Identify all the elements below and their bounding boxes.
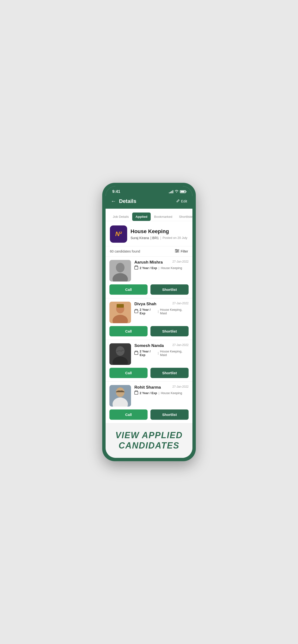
shortlist-button[interactable]: Shortlist	[151, 284, 189, 295]
bottom-label: VIEW APPLIED CANDIDATES	[106, 423, 192, 458]
svg-point-4	[177, 250, 178, 251]
job-info: N² House Keeping Suraj Kirana | BR1 | Po…	[106, 221, 192, 246]
candidates-list: Aarush Mishra 27-Jan-2022 2 Year / Exp |…	[106, 256, 192, 423]
signal-icon	[169, 190, 173, 193]
avatar	[109, 302, 131, 323]
exp-years: 2 Year / Exp	[140, 266, 157, 270]
avatar	[109, 385, 131, 406]
logo-text: N²	[115, 230, 122, 238]
list-item: Somesh Nanda 27-Jan-2022 2 Year / Exp | …	[106, 340, 192, 382]
exp-years: 2 Year / Exp	[140, 391, 157, 395]
svg-point-5	[176, 252, 177, 252]
avatar	[109, 343, 131, 365]
tabs-container: Job Details Applied Bookmarked Shortlist…	[106, 209, 192, 221]
back-button[interactable]: ←	[111, 198, 116, 204]
filter-icon	[175, 249, 179, 254]
job-details: House Keeping Suraj Kirana | BR1 | Poste…	[130, 228, 188, 240]
list-item: Rohit Sharma 27-Jan-2022 2 Year / Exp | …	[106, 382, 192, 423]
svg-point-3	[176, 249, 177, 250]
job-title: House Keeping	[130, 228, 188, 234]
edit-icon	[176, 199, 180, 203]
tabs: Job Details Applied Bookmarked Shortlist…	[109, 212, 189, 221]
call-button[interactable]: Call	[109, 284, 147, 295]
filter-button[interactable]: Filter	[175, 249, 188, 254]
job-posted: Posted on 20 July	[163, 236, 187, 240]
shortlist-button[interactable]: Shortlist	[151, 368, 189, 378]
call-button[interactable]: Call	[109, 326, 147, 336]
call-button[interactable]: Call	[109, 368, 147, 378]
page-title: Details	[119, 198, 136, 204]
exp-type: House Keeping	[161, 391, 182, 395]
exp-type: House Keeping, Maid	[160, 308, 189, 315]
edit-label: Edit	[181, 199, 187, 203]
wifi-icon	[175, 190, 179, 193]
svg-rect-12	[117, 304, 124, 308]
job-branch: | BR1	[151, 236, 159, 240]
briefcase-icon	[134, 310, 138, 313]
candidate-date: 27-Jan-2022	[173, 260, 189, 263]
job-meta: Suraj Kirana | BR1 | Posted on 20 July	[130, 236, 188, 240]
battery-icon	[180, 190, 186, 193]
bottom-label-text: VIEW APPLIED CANDIDATES	[110, 430, 188, 451]
candidate-name: Somesh Nanda	[134, 343, 164, 348]
avatar	[109, 260, 131, 282]
page-header: ← Details Edit	[106, 196, 192, 209]
tab-applied[interactable]: Applied	[132, 212, 151, 221]
candidate-date: 27-Jan-2022	[173, 302, 189, 305]
exp-years: 2 Year / Exp	[140, 350, 157, 357]
phone-frame: 9:41	[102, 183, 196, 461]
tab-shortlisted[interactable]: Shortlisted	[176, 212, 192, 221]
candidate-date: 27-Jan-2022	[173, 343, 189, 347]
tab-job-details[interactable]: Job Details	[109, 212, 132, 221]
exp-type: House Keeping	[161, 266, 182, 270]
shortlist-button[interactable]: Shortlist	[151, 410, 189, 420]
briefcase-icon	[134, 391, 138, 394]
list-item: Divya Shah 27-Jan-2022 2 Year / Exp | Ho…	[106, 298, 192, 340]
candidate-name: Aarush Mishra	[134, 260, 163, 265]
company-logo: N²	[110, 226, 127, 243]
candidates-count: 60 candidates found	[110, 250, 140, 253]
candidate-date: 27-Jan-2022	[173, 385, 189, 388]
candidate-name: Divya Shah	[134, 302, 157, 306]
edit-button[interactable]: Edit	[176, 199, 187, 203]
briefcase-icon	[134, 266, 138, 270]
svg-point-7	[116, 263, 124, 272]
status-time: 9:41	[112, 190, 120, 194]
phone-screen: 9:41	[106, 186, 192, 458]
exp-type: House Keeping, Maid	[160, 350, 189, 357]
tab-bookmarked[interactable]: Bookmarked	[151, 212, 176, 221]
briefcase-icon	[134, 352, 138, 355]
list-item: Aarush Mishra 27-Jan-2022 2 Year / Exp |…	[106, 256, 192, 298]
notch	[135, 186, 163, 193]
status-icons	[169, 190, 186, 193]
shortlist-button[interactable]: Shortlist	[151, 326, 189, 336]
exp-years: 2 Year / Exp	[140, 308, 157, 315]
filter-label: Filter	[181, 250, 188, 253]
call-button[interactable]: Call	[109, 410, 147, 420]
candidate-name: Rohit Sharma	[134, 385, 161, 390]
candidates-header: 60 candidates found Filter	[106, 246, 192, 256]
job-company: Suraj Kirana	[130, 236, 149, 240]
